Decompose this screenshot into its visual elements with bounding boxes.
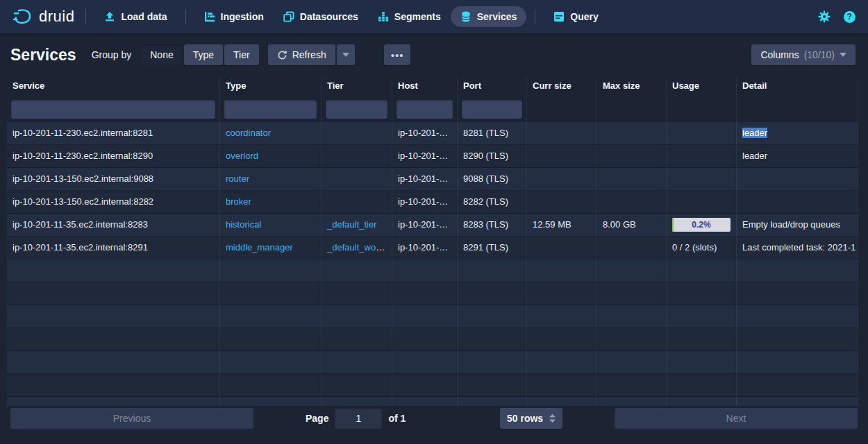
nav-item-load-data[interactable]: Load data bbox=[94, 6, 176, 27]
cell-detail: leader bbox=[737, 145, 858, 168]
group-by-none-button[interactable]: None bbox=[141, 44, 182, 65]
tier-link[interactable]: _default_worker_category bbox=[327, 242, 392, 253]
empty-cell bbox=[667, 305, 737, 328]
empty-cell bbox=[667, 351, 737, 374]
empty-cell bbox=[667, 282, 737, 305]
divider bbox=[85, 9, 86, 24]
group-by-type-button[interactable]: Type bbox=[184, 44, 223, 65]
type-link[interactable]: coordinator bbox=[226, 128, 271, 138]
group-by-tier-button[interactable]: Tier bbox=[224, 44, 259, 65]
filter-input-port[interactable] bbox=[462, 100, 522, 119]
column-header-detail[interactable]: Detail bbox=[737, 76, 858, 96]
stacked-bars-icon bbox=[378, 11, 389, 22]
empty-cell bbox=[322, 374, 392, 397]
type-link[interactable]: overlord bbox=[226, 151, 258, 161]
empty-cell bbox=[527, 259, 597, 282]
help-glyph: ? bbox=[846, 12, 852, 22]
cell-host: ip-10-201-13-150.ec2.internal bbox=[392, 168, 458, 191]
cell-type: router bbox=[220, 168, 322, 191]
nav-item-services[interactable]: Services bbox=[451, 6, 527, 27]
cell-port: 8290 (TLS) bbox=[458, 145, 527, 168]
cell-tier bbox=[322, 122, 392, 145]
cell-max-size bbox=[597, 122, 667, 145]
next-page-button[interactable]: Next bbox=[615, 408, 858, 429]
empty-cell bbox=[527, 351, 597, 374]
cell-usage bbox=[667, 145, 737, 168]
cell-curr-size bbox=[527, 168, 597, 191]
empty-table-row bbox=[7, 351, 858, 374]
column-header-tier[interactable]: Tier bbox=[322, 76, 392, 96]
empty-cell bbox=[667, 397, 737, 406]
empty-cell bbox=[527, 397, 597, 406]
empty-cell bbox=[597, 259, 667, 282]
empty-cell bbox=[597, 282, 667, 305]
nav-label: Segments bbox=[394, 11, 441, 22]
layers-icon bbox=[283, 11, 294, 22]
column-header-max-size[interactable]: Max size bbox=[597, 76, 667, 96]
table-row: ip-10-201-11-230.ec2.internal:8281coordi… bbox=[7, 122, 858, 145]
column-header-type[interactable]: Type bbox=[220, 76, 322, 96]
column-header-host[interactable]: Host bbox=[392, 76, 458, 96]
navbar: druid Load data Ingestion bbox=[0, 0, 868, 33]
help-icon[interactable]: ? bbox=[842, 9, 857, 24]
filter-input-host[interactable] bbox=[397, 100, 453, 119]
divider bbox=[535, 9, 535, 24]
empty-cell bbox=[322, 282, 392, 305]
cell-curr-size bbox=[527, 191, 597, 214]
page-number-input[interactable] bbox=[335, 408, 382, 429]
filter-cell-detail bbox=[737, 96, 858, 122]
column-header-curr-size[interactable]: Curr size bbox=[527, 76, 597, 96]
gear-icon[interactable] bbox=[817, 9, 832, 24]
nav-item-ingestion[interactable]: Ingestion bbox=[194, 6, 274, 27]
filter-input-service[interactable] bbox=[11, 100, 215, 119]
table-header-row: ServiceTypeTierHostPortCurr sizeMax size… bbox=[7, 76, 858, 96]
druid-brand[interactable]: druid bbox=[12, 8, 74, 26]
empty-cell bbox=[392, 282, 458, 305]
cell-tier bbox=[322, 191, 392, 214]
more-actions-button[interactable]: ••• bbox=[384, 44, 411, 65]
type-link[interactable]: broker bbox=[226, 196, 251, 207]
empty-cell bbox=[7, 374, 220, 397]
nav-item-segments[interactable]: Segments bbox=[368, 6, 451, 27]
nav-label: Load data bbox=[121, 11, 167, 22]
empty-cell bbox=[597, 374, 667, 397]
column-header-service[interactable]: Service bbox=[7, 76, 220, 96]
nav-item-datasources[interactable]: Datasources bbox=[274, 6, 368, 27]
cell-port: 9088 (TLS) bbox=[458, 168, 527, 191]
empty-cell bbox=[322, 397, 392, 406]
cell-usage: 0.2% bbox=[667, 214, 737, 237]
nav-item-query[interactable]: Query bbox=[544, 6, 608, 27]
columns-dropdown-button[interactable]: Columns (10/10) bbox=[751, 44, 856, 65]
refresh-button[interactable]: Refresh bbox=[268, 44, 335, 65]
services-table: ServiceTypeTierHostPortCurr sizeMax size… bbox=[7, 76, 858, 406]
brand-name: druid bbox=[39, 8, 74, 26]
column-header-usage[interactable]: Usage bbox=[667, 76, 737, 96]
type-link[interactable]: middle_manager bbox=[226, 242, 293, 253]
cell-type: middle_manager bbox=[220, 237, 322, 259]
empty-cell bbox=[667, 328, 737, 351]
type-link[interactable]: router bbox=[226, 173, 249, 184]
table-row: ip-10-201-11-35.ec2.internal:8291middle_… bbox=[7, 237, 858, 259]
cell-max-size bbox=[597, 145, 667, 168]
refresh-interval-caret-button[interactable] bbox=[337, 44, 355, 65]
cell-curr-size bbox=[527, 122, 597, 145]
type-link[interactable]: historical bbox=[226, 219, 261, 230]
pagination-bar: Previous Page of 1 50 rows Next bbox=[0, 408, 868, 430]
filter-input-tier[interactable] bbox=[326, 100, 387, 119]
previous-page-button[interactable]: Previous bbox=[10, 408, 253, 429]
rows-per-page-select[interactable]: 50 rows bbox=[500, 408, 562, 429]
double-caret-icon bbox=[549, 414, 556, 422]
filter-cell-type bbox=[220, 96, 322, 122]
empty-cell bbox=[392, 397, 458, 406]
empty-cell bbox=[737, 259, 858, 282]
empty-cell bbox=[527, 282, 597, 305]
tier-link[interactable]: _default_tier bbox=[327, 219, 377, 230]
column-header-port[interactable]: Port bbox=[458, 76, 527, 96]
cell-detail: Empty load/drop queues bbox=[737, 214, 858, 237]
filter-input-type[interactable] bbox=[224, 100, 317, 119]
empty-cell bbox=[7, 397, 220, 406]
cell-service: ip-10-201-11-230.ec2.internal:8281 bbox=[7, 122, 220, 145]
table-row: ip-10-201-13-150.ec2.internal:9088router… bbox=[7, 168, 858, 191]
empty-cell bbox=[220, 305, 322, 328]
refresh-icon bbox=[277, 50, 287, 60]
